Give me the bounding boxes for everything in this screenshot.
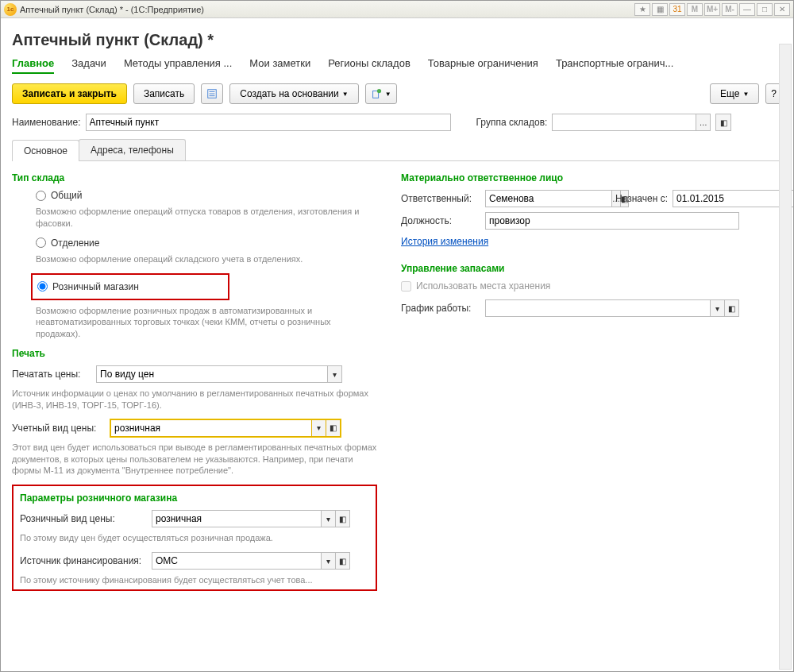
retail-price-input[interactable] [152,510,322,527]
more-label: Еще [720,88,739,99]
dropdown-button[interactable]: ▾ [312,419,326,437]
stock-mgmt-title: Управление запасами [401,263,774,274]
schedule-combo: ▾ ◧ [485,299,739,317]
retail-price-combo: ▾ ◧ [152,510,350,527]
use-storage-row[interactable]: Использовать места хранения [401,280,774,292]
ellipsis-button[interactable]: … [696,114,711,131]
save-close-button[interactable]: Записать и закрыть [12,83,127,104]
titlebar: 1c Аптечный пункт (Склад) * - (1С:Предпр… [1,1,793,18]
responsible-row: Ответственный: … ◧ Назначен с: ▦ [401,190,774,207]
tab-main[interactable]: Главное [12,57,54,74]
name-input[interactable] [86,114,451,131]
responsible-title: Материально ответственное лицо [401,172,774,183]
history-link[interactable]: История изменения [401,236,488,247]
list-icon [206,88,218,99]
minimize-button[interactable]: — [739,3,755,16]
name-group-row: Наименование: Группа складов: … ◧ [12,114,782,131]
tab-regions[interactable]: Регионы складов [328,57,410,74]
retail-params-box: Параметры розничного магазина Розничный … [12,485,377,591]
name-label: Наименование: [12,117,81,128]
radio-general-label: Общий [51,190,83,201]
dropdown-button[interactable]: ▾ [322,510,336,527]
use-storage-label: Использовать места хранения [416,280,550,292]
tab-methods[interactable]: Методы управления ... [124,57,232,74]
svg-point-5 [377,89,381,93]
group-label: Группа складов: [476,117,548,128]
vertical-scrollbar[interactable] [779,44,792,670]
use-storage-checkbox[interactable] [401,281,411,292]
main-tabs: Главное Задачи Методы управления ... Мои… [12,57,782,74]
content-area: Аптечный пункт (Склад) * Главное Задачи … [1,18,793,671]
fin-source-input[interactable] [152,552,322,570]
fin-source-label: Источник финансирования: [20,555,147,566]
department-hint: Возможно оформление операций складского … [36,253,377,265]
save-button[interactable]: Записать [133,83,195,104]
dropdown-button[interactable]: ▾ [322,552,336,570]
more-button[interactable]: Еще ▼ [710,83,759,104]
group-combo: … [552,114,711,131]
assigned-date-combo: ▦ [673,190,760,207]
chevron-down-icon: ▼ [342,91,349,98]
acct-price-hint: Этот вид цен будет использоваться при вы… [12,442,377,477]
attach-icon [371,88,382,99]
left-column: Тип склада Общий Возможно оформление опе… [12,168,377,591]
warehouse-type-title: Тип склада [12,172,377,183]
schedule-label: График работы: [401,303,480,314]
close-button[interactable]: ✕ [774,3,790,16]
retail-hint: Возможно оформление розничных продаж в а… [36,305,377,341]
calendar-icon[interactable]: 31 [669,3,685,16]
open-ref-button[interactable]: ◧ [715,114,731,131]
group-input[interactable] [552,114,696,131]
mem-m-button[interactable]: M [687,3,703,16]
retail-params-title: Параметры розничного магазина [20,492,368,504]
radio-retail[interactable] [37,281,48,292]
schedule-input[interactable] [485,299,711,317]
tab-transport-limits[interactable]: Транспортные огранич... [556,57,673,74]
subtab-main[interactable]: Основное [12,140,79,161]
list-icon-button[interactable] [201,83,223,104]
open-ref-button[interactable]: ◧ [336,552,350,570]
acct-price-label: Учетный вид цены: [12,423,106,434]
responsible-combo: … ◧ [485,190,604,207]
radio-department-row[interactable]: Отделение [36,238,377,249]
retail-price-label: Розничный вид цены: [20,513,147,524]
mem-mplus-button[interactable]: M+ [704,3,720,16]
radio-department[interactable] [36,238,46,248]
subtab-addresses[interactable]: Адреса, телефоны [79,139,186,160]
acct-price-combo: ▾ ◧ [110,419,341,437]
maximize-button[interactable]: □ [757,3,773,16]
calc-icon[interactable]: ▦ [652,3,668,16]
print-title: Печать [12,348,377,359]
chevron-down-icon: ▼ [742,91,749,98]
tab-product-limits[interactable]: Товарные ограничения [428,57,538,74]
schedule-row: График работы: ▾ ◧ [401,299,774,317]
favorite-icon[interactable]: ★ [634,3,650,16]
radio-general[interactable] [36,191,46,201]
attach-button[interactable]: ▼ [365,83,397,104]
assigned-from-label: Назначен с: [615,193,668,204]
radio-general-row[interactable]: Общий [36,190,377,201]
acct-price-row: Учетный вид цены: ▾ ◧ [12,419,377,437]
assigned-date-input[interactable] [673,190,793,207]
dropdown-button[interactable]: ▾ [328,365,342,383]
open-ref-button[interactable]: ◧ [326,419,341,437]
tab-notes[interactable]: Мои заметки [249,57,310,74]
position-row: Должность: [401,212,774,230]
open-ref-button[interactable]: ◧ [336,510,350,527]
responsible-input[interactable] [485,190,612,207]
tab-tasks[interactable]: Задачи [71,57,106,74]
window-title: Аптечный пункт (Склад) * - (1С:Предприят… [20,5,204,14]
dropdown-button[interactable]: ▾ [711,299,725,317]
position-input[interactable] [485,212,739,230]
print-prices-label: Печатать цены: [12,369,91,380]
radio-retail-row[interactable]: Розничный магазин [37,281,223,292]
open-ref-button[interactable]: ◧ [725,299,739,317]
retail-radio-highlight: Розничный магазин [31,273,229,300]
create-based-button[interactable]: Создать на основании ▼ [229,83,358,104]
mem-mminus-button[interactable]: M- [722,3,738,16]
print-prices-input[interactable] [96,365,328,383]
app-icon: 1c [4,3,17,16]
fin-source-combo: ▾ ◧ [152,552,350,570]
retail-price-hint: По этому виду цен будет осуществляться р… [20,532,368,544]
acct-price-input[interactable] [110,419,312,437]
